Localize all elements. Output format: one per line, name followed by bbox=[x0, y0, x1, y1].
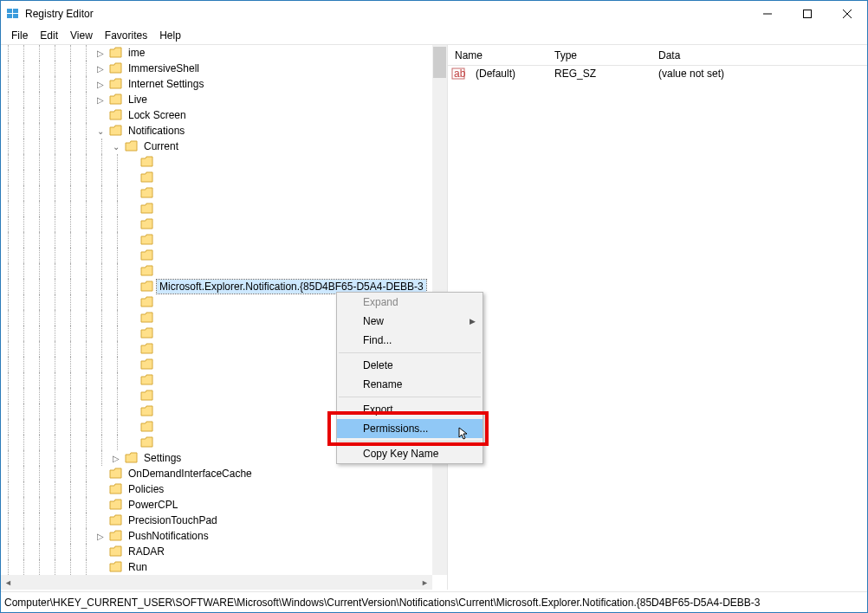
tree-label: PushNotifications bbox=[126, 529, 211, 543]
collapse-icon[interactable]: ⌄ bbox=[94, 125, 107, 137]
tree-item[interactable] bbox=[1, 263, 432, 279]
window-title: Registry Editor bbox=[25, 8, 748, 20]
expand-icon[interactable]: ▷ bbox=[110, 452, 122, 464]
tree-label: ime bbox=[126, 46, 147, 60]
tree-label: Lock Screen bbox=[126, 108, 189, 122]
context-menu: Expand New▶ Find... Delete Rename Export… bbox=[336, 292, 483, 464]
minimize-button[interactable] bbox=[748, 1, 787, 27]
tree-label bbox=[157, 255, 162, 256]
tree-item[interactable]: ▷Live bbox=[1, 92, 432, 107]
ctx-new[interactable]: New▶ bbox=[337, 312, 483, 331]
submenu-arrow-icon: ▶ bbox=[470, 317, 476, 326]
expand-icon[interactable]: ▷ bbox=[94, 62, 107, 74]
tree-item[interactable]: PrecisionTouchPad bbox=[1, 513, 432, 528]
tree-label: Internet Settings bbox=[126, 77, 206, 91]
svg-rect-1 bbox=[13, 9, 18, 13]
menu-view[interactable]: View bbox=[65, 28, 98, 43]
ctx-delete[interactable]: Delete bbox=[337, 356, 483, 375]
list-row[interactable]: ab (Default) REG_SZ (value not set) bbox=[448, 66, 867, 81]
tree-item[interactable]: ▷PushNotifications bbox=[1, 528, 432, 544]
tree-label: Notifications bbox=[126, 124, 187, 138]
col-data[interactable]: Data bbox=[651, 49, 867, 61]
ctx-permissions[interactable]: Permissions... bbox=[337, 419, 483, 438]
tree-label bbox=[157, 301, 162, 303]
tree-item[interactable]: RADAR bbox=[1, 544, 432, 559]
expand-icon[interactable]: ▷ bbox=[94, 94, 107, 106]
tree-label: Run bbox=[126, 560, 150, 574]
col-name[interactable]: Name bbox=[448, 49, 547, 61]
tree-item[interactable] bbox=[1, 170, 432, 185]
app-icon bbox=[6, 7, 20, 21]
tree-label: OnDemandInterfaceCache bbox=[126, 467, 255, 481]
maximize-button[interactable] bbox=[787, 1, 827, 27]
svg-rect-5 bbox=[804, 10, 812, 18]
col-type[interactable]: Type bbox=[547, 49, 651, 61]
menu-help[interactable]: Help bbox=[154, 28, 186, 43]
tree-item[interactable]: ⌄Notifications bbox=[1, 123, 432, 139]
tree-label bbox=[157, 332, 162, 334]
tree-item[interactable]: Lock Screen bbox=[1, 107, 432, 123]
tree-label bbox=[157, 270, 162, 272]
tree-label: Current bbox=[141, 139, 181, 153]
menu-file[interactable]: File bbox=[6, 28, 33, 43]
string-value-icon: ab bbox=[451, 67, 465, 81]
status-path: Computer\HKEY_CURRENT_USER\SOFTWARE\Micr… bbox=[4, 597, 761, 609]
tree-label bbox=[157, 317, 162, 319]
tree-item[interactable]: ▷ime bbox=[1, 45, 432, 61]
tree-label: PrecisionTouchPad bbox=[126, 513, 220, 527]
value-name: (Default) bbox=[469, 68, 547, 80]
tree-item[interactable] bbox=[1, 248, 432, 263]
expand-icon[interactable]: ▷ bbox=[94, 47, 107, 59]
tree-label bbox=[157, 395, 162, 397]
close-button[interactable] bbox=[827, 1, 867, 27]
title-bar: Registry Editor bbox=[1, 1, 867, 27]
tree-label: RADAR bbox=[126, 545, 167, 558]
ctx-find[interactable]: Find... bbox=[337, 331, 483, 350]
collapse-icon[interactable]: ⌄ bbox=[110, 140, 122, 152]
ctx-expand[interactable]: Expand bbox=[337, 293, 483, 312]
values-pane: Name Type Data ab (Default) REG_SZ (valu… bbox=[447, 44, 867, 590]
status-bar: Computer\HKEY_CURRENT_USER\SOFTWARE\Micr… bbox=[1, 591, 867, 612]
tree-item[interactable]: Policies bbox=[1, 481, 432, 497]
value-data: (value not set) bbox=[651, 68, 867, 80]
tree-item[interactable]: PowerCPL bbox=[1, 497, 432, 513]
tree-label bbox=[157, 364, 162, 365]
expand-icon[interactable]: ▷ bbox=[94, 78, 107, 90]
tree-item[interactable]: ▷ImmersiveShell bbox=[1, 61, 432, 76]
tree-label bbox=[157, 410, 162, 412]
tree-item[interactable] bbox=[1, 232, 432, 248]
tree-item[interactable] bbox=[1, 185, 432, 201]
svg-rect-0 bbox=[7, 9, 12, 13]
menu-bar: File Edit View Favorites Help bbox=[1, 27, 867, 44]
tree-label bbox=[157, 223, 162, 225]
list-header[interactable]: Name Type Data bbox=[448, 45, 867, 66]
svg-rect-3 bbox=[13, 14, 18, 18]
tree-label bbox=[157, 239, 162, 241]
tree-label: Live bbox=[126, 93, 150, 106]
menu-edit[interactable]: Edit bbox=[35, 28, 63, 43]
tree-item[interactable] bbox=[1, 154, 432, 170]
tree-label bbox=[157, 177, 162, 178]
tree-item[interactable] bbox=[1, 216, 432, 232]
svg-text:ab: ab bbox=[454, 68, 465, 80]
tree-item[interactable]: ⌄Current bbox=[1, 139, 432, 154]
tree-label: ImmersiveShell bbox=[126, 61, 202, 75]
tree-item[interactable] bbox=[1, 201, 432, 216]
ctx-copy-key-name[interactable]: Copy Key Name bbox=[337, 444, 483, 463]
ctx-rename[interactable]: Rename bbox=[337, 375, 483, 394]
value-type: REG_SZ bbox=[547, 68, 651, 80]
menu-favorites[interactable]: Favorites bbox=[100, 28, 152, 43]
tree-label: Settings bbox=[141, 451, 184, 465]
tree-item[interactable]: ▷Internet Settings bbox=[1, 76, 432, 92]
svg-rect-2 bbox=[7, 14, 12, 18]
tree-label bbox=[157, 442, 162, 443]
tree-item[interactable]: OnDemandInterfaceCache bbox=[1, 466, 432, 481]
ctx-export[interactable]: Export bbox=[337, 400, 483, 419]
tree-label bbox=[157, 426, 162, 428]
expand-icon[interactable]: ▷ bbox=[94, 530, 107, 542]
tree-label bbox=[157, 348, 162, 350]
tree-item[interactable]: Run bbox=[1, 559, 432, 575]
tree-label bbox=[157, 379, 162, 381]
tree-label bbox=[157, 208, 162, 210]
horizontal-scrollbar[interactable]: ◄► bbox=[1, 575, 432, 590]
